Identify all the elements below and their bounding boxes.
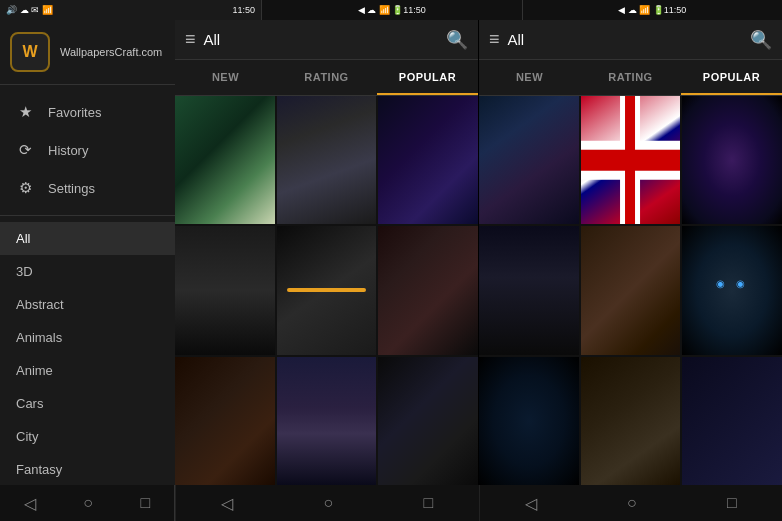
home-button-right[interactable]: ○ bbox=[619, 490, 645, 516]
recents-button-right[interactable]: □ bbox=[719, 490, 745, 516]
back-button-left[interactable]: ◁ bbox=[16, 490, 44, 517]
search-icon-2[interactable]: 🔍 bbox=[750, 29, 772, 51]
time-mid: 11:50 bbox=[403, 5, 426, 15]
app-logo: W bbox=[10, 32, 50, 72]
tab-new-2[interactable]: NEW bbox=[479, 60, 580, 95]
status-bar-right: ◀ ☁ 📶 🔋 11:50 ◀ ☁ 📶 🔋 11:50 bbox=[261, 0, 782, 20]
wallpaper-placeholder[interactable] bbox=[682, 357, 782, 485]
category-label-fantasy: Fantasy bbox=[16, 462, 62, 477]
wallpaper-lion[interactable] bbox=[581, 357, 681, 485]
status-panel-2: ◀ ☁ 📶 🔋 11:50 bbox=[522, 0, 783, 20]
wallpaper-panel-1: ≡ All 🔍 NEW RATING POPULAR bbox=[175, 20, 479, 485]
home-button-left[interactable]: ○ bbox=[75, 490, 101, 516]
wallpaper-grid-1 bbox=[175, 96, 478, 485]
app-title: WallpapersCraft.com bbox=[60, 46, 162, 58]
sidebar-header: W WallpapersCraft.com bbox=[0, 20, 175, 85]
category-label-city: City bbox=[16, 429, 38, 444]
category-list: All 3D Abstract Animals Anime Cars City … bbox=[0, 216, 175, 485]
nav-section-right: ◁ ○ □ ◁ ○ □ bbox=[175, 485, 782, 521]
category-anime[interactable]: Anime bbox=[0, 354, 175, 387]
category-all[interactable]: All bbox=[0, 222, 175, 255]
nav-section-left: ◁ ○ □ bbox=[0, 485, 175, 521]
history-icon: ⟳ bbox=[16, 141, 34, 159]
status-icons-left: 🔊 ☁ ✉ 📶 bbox=[6, 5, 53, 15]
menu-item-favorites[interactable]: ★ Favorites bbox=[0, 93, 175, 131]
menu-item-settings[interactable]: ⚙ Settings bbox=[0, 169, 175, 207]
category-label-anime: Anime bbox=[16, 363, 53, 378]
recents-button-mid[interactable]: □ bbox=[416, 490, 442, 516]
panel-title-1: All bbox=[204, 31, 446, 48]
wallpaper-spider[interactable] bbox=[378, 357, 478, 485]
main-content: W WallpapersCraft.com ★ Favorites ⟳ Hist… bbox=[0, 20, 782, 485]
time-right: 11:50 bbox=[664, 5, 687, 15]
wallpaper-dark-blue[interactable] bbox=[479, 357, 579, 485]
time-left: 11:50 bbox=[232, 5, 255, 15]
star-icon: ★ bbox=[16, 103, 34, 121]
wallpaper-wolf[interactable] bbox=[682, 226, 782, 354]
category-abstract[interactable]: Abstract bbox=[0, 288, 175, 321]
app-logo-letter: W bbox=[22, 43, 37, 61]
menu-label-history: History bbox=[48, 143, 88, 158]
nav-panel-1: ◁ ○ □ bbox=[175, 485, 479, 521]
wallpaper-uk-flag[interactable] bbox=[581, 96, 681, 224]
wallpaper-mountains[interactable] bbox=[175, 96, 275, 224]
wallpaper-headphones[interactable] bbox=[277, 96, 377, 224]
search-icon-1[interactable]: 🔍 bbox=[446, 29, 468, 51]
sidebar: W WallpapersCraft.com ★ Favorites ⟳ Hist… bbox=[0, 20, 175, 485]
wallpaper-space[interactable] bbox=[378, 96, 478, 224]
wallpaper-galaxy[interactable] bbox=[682, 96, 782, 224]
category-cars[interactable]: Cars bbox=[0, 387, 175, 420]
uk-flag-center-v bbox=[626, 96, 636, 224]
menu-label-settings: Settings bbox=[48, 181, 95, 196]
category-label-cars: Cars bbox=[16, 396, 43, 411]
panel-toolbar-1: ≡ All 🔍 bbox=[175, 20, 478, 60]
panel-toolbar-2: ≡ All 🔍 bbox=[479, 20, 782, 60]
status-icons-mid: ◀ ☁ 📶 🔋 bbox=[358, 5, 404, 15]
hamburger-icon-2[interactable]: ≡ bbox=[489, 29, 500, 50]
wallpaper-face-red[interactable] bbox=[378, 226, 478, 354]
tab-new-1[interactable]: NEW bbox=[175, 60, 276, 95]
recents-button-left[interactable]: □ bbox=[133, 490, 159, 516]
wallpaper-grid-2 bbox=[479, 96, 782, 485]
category-label-all: All bbox=[16, 231, 30, 246]
wallpaper-rocks[interactable] bbox=[175, 357, 275, 485]
category-fantasy[interactable]: Fantasy bbox=[0, 453, 175, 485]
tabs-panel-1: NEW RATING POPULAR bbox=[175, 60, 478, 96]
content-area: ≡ All 🔍 NEW RATING POPULAR bbox=[175, 20, 782, 485]
wallpaper-guitar2[interactable] bbox=[479, 226, 579, 354]
settings-icon: ⚙ bbox=[16, 179, 34, 197]
wallpaper-helicopter[interactable] bbox=[581, 226, 681, 354]
wallpaper-guitar-bw[interactable] bbox=[175, 226, 275, 354]
status-bar-left: 🔊 ☁ ✉ 📶 11:50 bbox=[0, 0, 261, 20]
sidebar-menu: ★ Favorites ⟳ History ⚙ Settings bbox=[0, 85, 175, 216]
category-city[interactable]: City bbox=[0, 420, 175, 453]
status-icons-right: ◀ ☁ 📶 🔋 bbox=[618, 5, 664, 15]
category-label-animals: Animals bbox=[16, 330, 62, 345]
back-button-right[interactable]: ◁ bbox=[517, 490, 545, 517]
category-3d[interactable]: 3D bbox=[0, 255, 175, 288]
status-bar: 🔊 ☁ ✉ 📶 11:50 ◀ ☁ 📶 🔋 11:50 ◀ ☁ 📶 🔋 11:5… bbox=[0, 0, 782, 20]
home-button-mid[interactable]: ○ bbox=[316, 490, 342, 516]
nav-panel-2: ◁ ○ □ bbox=[479, 485, 783, 521]
menu-item-history[interactable]: ⟳ History bbox=[0, 131, 175, 169]
status-panel-1: ◀ ☁ 📶 🔋 11:50 bbox=[261, 0, 522, 20]
wallpaper-face-blue[interactable] bbox=[479, 96, 579, 224]
wallpaper-city[interactable] bbox=[277, 357, 377, 485]
menu-label-favorites: Favorites bbox=[48, 105, 101, 120]
hamburger-icon-1[interactable]: ≡ bbox=[185, 29, 196, 50]
tab-rating-2[interactable]: RATING bbox=[580, 60, 681, 95]
bottom-nav: ◁ ○ □ ◁ ○ □ ◁ ○ □ bbox=[0, 485, 782, 521]
back-button-mid[interactable]: ◁ bbox=[213, 490, 241, 517]
category-label-3d: 3D bbox=[16, 264, 33, 279]
wallpaper-car[interactable] bbox=[277, 226, 377, 354]
tab-popular-2[interactable]: POPULAR bbox=[681, 60, 782, 95]
tab-popular-1[interactable]: POPULAR bbox=[377, 60, 478, 95]
tabs-panel-2: NEW RATING POPULAR bbox=[479, 60, 782, 96]
category-animals[interactable]: Animals bbox=[0, 321, 175, 354]
tab-rating-1[interactable]: RATING bbox=[276, 60, 377, 95]
category-label-abstract: Abstract bbox=[16, 297, 64, 312]
wallpaper-panel-2: ≡ All 🔍 NEW RATING POPULAR bbox=[479, 20, 782, 485]
panel-title-2: All bbox=[508, 31, 750, 48]
